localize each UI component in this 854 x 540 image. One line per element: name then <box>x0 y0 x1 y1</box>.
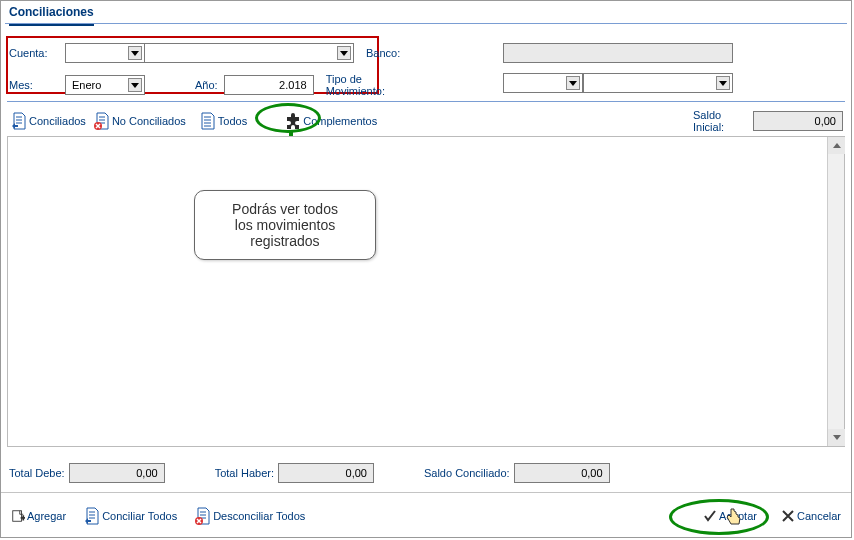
mes-label: Mes: <box>9 79 59 91</box>
desconciliar-todos-button[interactable]: Desconciliar Todos <box>193 505 307 527</box>
chevron-down-icon <box>566 76 580 90</box>
saldo-inicial-label: Saldo Inicial: <box>693 109 743 133</box>
chevron-down-icon <box>128 46 142 60</box>
add-icon <box>11 509 25 523</box>
tipo-select-2[interactable] <box>583 73 733 93</box>
footer-right-group: Aceptar Cancelar <box>701 507 843 525</box>
saldo-inicial-field: 0,00 <box>753 111 843 131</box>
vertical-scrollbar[interactable] <box>827 137 844 446</box>
no-conciliados-button[interactable]: No Conciliados <box>92 110 188 132</box>
mes-select[interactable]: Enero <box>65 75 145 95</box>
saldo-conciliado-field: 0,00 <box>514 463 610 483</box>
complementos-button[interactable]: Complementos <box>283 111 379 131</box>
window-container: Conciliaciones Cuenta: Banco: Mes: Enero… <box>0 0 852 538</box>
conciliados-button[interactable]: Conciliados <box>9 110 88 132</box>
total-debe-field: 0,00 <box>69 463 165 483</box>
document-icon <box>200 112 216 130</box>
footer-toolbar: Agregar Conciliar Todos Desconciliar Tod… <box>9 505 843 527</box>
cuenta-label: Cuenta: <box>9 47 59 59</box>
total-haber-field: 0,00 <box>278 463 374 483</box>
check-icon <box>703 509 717 523</box>
document-x-icon <box>94 112 110 130</box>
document-x-icon <box>195 507 211 525</box>
banco-label: Banco: <box>366 47 400 59</box>
chevron-down-icon <box>716 76 730 90</box>
total-haber-label: Total Haber: <box>215 467 274 479</box>
aceptar-button[interactable]: Aceptar <box>701 507 759 525</box>
chevron-down-icon <box>337 46 351 60</box>
ano-label: Año: <box>195 79 218 91</box>
document-arrow-icon <box>84 507 100 525</box>
banco-field <box>503 43 733 63</box>
x-icon <box>781 509 795 523</box>
agregar-button[interactable]: Agregar <box>9 507 68 525</box>
tipo-label: Tipo de Movimiento: <box>326 73 406 97</box>
footer-divider <box>1 492 851 493</box>
cuenta-select-2[interactable] <box>144 43 354 63</box>
filter-row-1: Cuenta: Banco: <box>9 43 406 63</box>
header-divider <box>5 23 847 24</box>
tipo-select-1[interactable] <box>503 73 583 93</box>
chevron-down-icon <box>128 78 142 92</box>
puzzle-icon <box>285 113 301 129</box>
toolbar: Conciliados No Conciliados Todos Complem… <box>9 109 843 133</box>
cancelar-button[interactable]: Cancelar <box>779 507 843 525</box>
tooltip-callout: Podrás ver todos los movimientos registr… <box>194 190 376 260</box>
total-debe-label: Total Debe: <box>9 467 65 479</box>
todos-button[interactable]: Todos <box>198 110 249 132</box>
conciliar-todos-button[interactable]: Conciliar Todos <box>82 505 179 527</box>
document-arrow-icon <box>11 112 27 130</box>
ano-field[interactable]: 2.018 <box>224 75 314 95</box>
saldo-conciliado-label: Saldo Conciliado: <box>424 467 510 479</box>
filter-row-2: Mes: Enero Año: 2.018 Tipo de Movimiento… <box>9 73 412 97</box>
totals-row: Total Debe: 0,00 Total Haber: 0,00 Saldo… <box>9 463 843 483</box>
scroll-down-icon[interactable] <box>828 429 845 446</box>
cuenta-select-1[interactable] <box>65 43 145 63</box>
data-grid-area <box>7 136 845 447</box>
divider <box>7 101 845 102</box>
scroll-up-icon[interactable] <box>828 137 845 154</box>
